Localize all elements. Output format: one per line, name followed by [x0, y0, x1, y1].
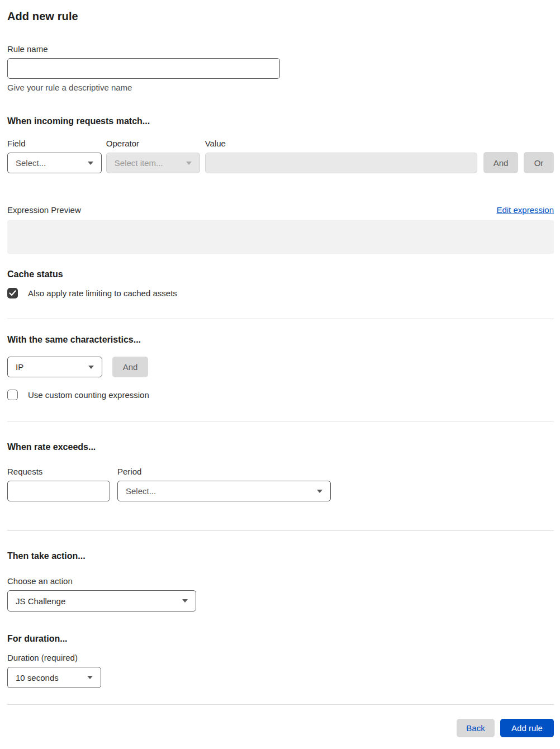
- period-select[interactable]: Select...: [117, 481, 331, 501]
- duration-select-value: 10 seconds: [16, 673, 59, 682]
- chevron-down-icon: [182, 599, 188, 603]
- match-section: When incoming requests match... Field Se…: [7, 116, 554, 254]
- requests-column: Requests: [7, 467, 110, 501]
- characteristics-section: With the same characteristics... IP And …: [7, 335, 554, 400]
- operator-label: Operator: [106, 139, 200, 148]
- period-label: Period: [117, 467, 331, 476]
- field-select[interactable]: Select...: [7, 153, 102, 173]
- rule-name-block: Rule name Give your rule a descriptive n…: [7, 44, 554, 92]
- value-input: [205, 153, 477, 173]
- characteristic-select-value: IP: [16, 362, 23, 372]
- action-select-value: JS Challenge: [16, 596, 65, 606]
- chevron-down-icon: [186, 162, 192, 165]
- field-select-value: Select...: [16, 158, 46, 168]
- period-select-value: Select...: [126, 486, 156, 496]
- check-icon: [9, 290, 16, 296]
- counting-expression-row: Use custom counting expression: [7, 390, 554, 400]
- requests-label: Requests: [7, 467, 110, 476]
- chevron-down-icon: [317, 490, 322, 493]
- back-button[interactable]: Back: [457, 719, 495, 737]
- value-label: Value: [205, 139, 477, 148]
- rate-heading: When rate exceeds...: [7, 442, 554, 452]
- and-button[interactable]: And: [483, 152, 518, 173]
- section-divider: [7, 421, 554, 421]
- action-label: Choose an action: [7, 576, 554, 586]
- rate-row: Requests Period Select...: [7, 467, 554, 501]
- duration-heading: For duration...: [7, 634, 554, 644]
- match-heading: When incoming requests match...: [7, 116, 554, 126]
- field-column: Field Select...: [7, 139, 102, 173]
- characteristics-and-button[interactable]: And: [112, 357, 148, 377]
- section-divider: [7, 319, 554, 319]
- footer-actions: Back Add rule: [7, 719, 554, 737]
- characteristics-heading: With the same characteristics...: [7, 335, 554, 345]
- operator-column: Operator Select item...: [106, 139, 200, 173]
- chevron-down-icon: [88, 366, 94, 369]
- add-rule-form: Add new rule Rule name Give your rule a …: [0, 0, 560, 737]
- duration-select[interactable]: 10 seconds: [7, 667, 101, 688]
- footer-divider: [7, 704, 554, 705]
- period-column: Period Select...: [117, 467, 331, 501]
- edit-expression-link[interactable]: Edit expression: [496, 205, 554, 215]
- action-select[interactable]: JS Challenge: [7, 590, 196, 611]
- value-column: Value: [205, 139, 477, 173]
- cache-checkbox-row: Also apply rate limiting to cached asset…: [7, 288, 554, 298]
- rule-name-label: Rule name: [7, 44, 554, 54]
- cached-assets-checkbox-label[interactable]: Also apply rate limiting to cached asset…: [28, 288, 177, 298]
- action-section: Then take action... Choose an action JS …: [7, 551, 554, 611]
- characteristic-select[interactable]: IP: [7, 357, 102, 377]
- rule-name-help: Give your rule a descriptive name: [7, 83, 554, 92]
- match-row: Field Select... Operator Select item... …: [7, 139, 554, 173]
- cache-status-section: Cache status Also apply rate limiting to…: [7, 269, 554, 298]
- page-title: Add new rule: [7, 10, 554, 23]
- expression-preview-row: Expression Preview Edit expression: [7, 205, 554, 215]
- add-rule-button[interactable]: Add rule: [500, 719, 554, 737]
- cached-assets-checkbox[interactable]: [7, 288, 18, 298]
- requests-input[interactable]: [7, 481, 110, 501]
- expression-preview-box: [7, 220, 554, 254]
- chevron-down-icon: [88, 162, 93, 165]
- custom-counting-checkbox-label[interactable]: Use custom counting expression: [28, 390, 149, 400]
- expression-preview-label: Expression Preview: [7, 205, 81, 215]
- field-label: Field: [7, 139, 102, 148]
- section-divider: [7, 530, 554, 531]
- operator-select: Select item...: [106, 153, 200, 173]
- duration-label: Duration (required): [7, 653, 554, 662]
- operator-select-value: Select item...: [115, 158, 163, 168]
- rule-name-input[interactable]: [7, 58, 280, 79]
- characteristics-row: IP And: [7, 357, 554, 377]
- or-button[interactable]: Or: [524, 152, 554, 173]
- chevron-down-icon: [87, 676, 93, 679]
- rate-section: When rate exceeds... Requests Period Sel…: [7, 442, 554, 501]
- action-heading: Then take action...: [7, 551, 554, 561]
- duration-section: For duration... Duration (required) 10 s…: [7, 634, 554, 688]
- cache-status-heading: Cache status: [7, 269, 554, 279]
- custom-counting-checkbox[interactable]: [7, 390, 18, 400]
